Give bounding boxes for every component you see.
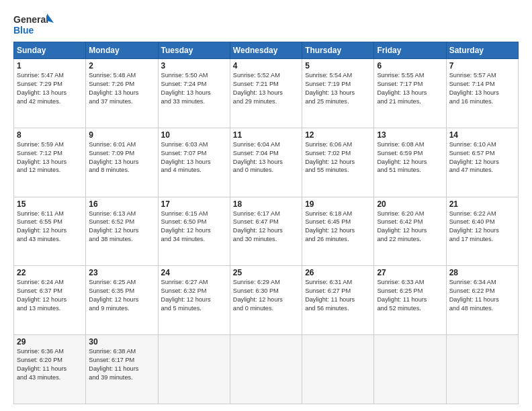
day-info: Sunrise: 6:38 AM Sunset: 6:17 PM Dayligh… [89,347,154,382]
calendar-cell: 28Sunrise: 6:34 AM Sunset: 6:22 PM Dayli… [446,266,518,335]
calendar-week-row: 1Sunrise: 5:47 AM Sunset: 7:29 PM Daylig… [14,59,519,128]
day-number: 13 [377,130,443,140]
day-info: Sunrise: 5:59 AM Sunset: 7:12 PM Dayligh… [17,140,83,175]
day-info: Sunrise: 6:17 AM Sunset: 6:47 PM Dayligh… [233,210,299,244]
calendar-cell: 15Sunrise: 6:11 AM Sunset: 6:55 PM Dayli… [14,197,86,266]
calendar-cell: 29Sunrise: 6:36 AM Sunset: 6:20 PM Dayli… [14,335,86,404]
header: GeneralBlue [13,12,519,36]
day-number: 11 [233,130,299,140]
calendar-cell: 22Sunrise: 6:24 AM Sunset: 6:37 PM Dayli… [14,266,86,335]
calendar-cell: 27Sunrise: 6:33 AM Sunset: 6:25 PM Dayli… [374,266,446,335]
day-number: 8 [17,130,83,140]
day-info: Sunrise: 6:36 AM Sunset: 6:20 PM Dayligh… [17,347,83,382]
day-number: 4 [233,61,299,71]
calendar-cell: 3Sunrise: 5:50 AM Sunset: 7:24 PM Daylig… [158,59,230,128]
calendar-header-row: SundayMondayTuesdayWednesdayThursdayFrid… [14,42,519,59]
day-info: Sunrise: 6:08 AM Sunset: 6:59 PM Dayligh… [377,140,443,175]
day-info: Sunrise: 6:29 AM Sunset: 6:30 PM Dayligh… [233,278,299,313]
day-number: 23 [89,268,154,277]
day-info: Sunrise: 6:15 AM Sunset: 6:50 PM Dayligh… [161,210,227,244]
calendar-week-row: 8Sunrise: 5:59 AM Sunset: 7:12 PM Daylig… [14,128,519,197]
day-number: 25 [233,268,299,277]
calendar-table: SundayMondayTuesdayWednesdayThursdayFrid… [13,42,519,404]
day-info: Sunrise: 6:01 AM Sunset: 7:09 PM Dayligh… [89,140,154,175]
day-info: Sunrise: 5:50 AM Sunset: 7:24 PM Dayligh… [161,71,227,106]
calendar-cell [302,335,374,404]
day-info: Sunrise: 6:10 AM Sunset: 6:57 PM Dayligh… [449,140,515,175]
calendar-cell [158,335,230,404]
calendar-cell: 20Sunrise: 6:20 AM Sunset: 6:42 PM Dayli… [374,197,446,266]
day-number: 24 [161,268,227,277]
day-info: Sunrise: 5:48 AM Sunset: 7:26 PM Dayligh… [89,71,154,106]
calendar-cell [230,335,302,404]
day-number: 17 [161,199,227,209]
calendar-cell: 2Sunrise: 5:48 AM Sunset: 7:26 PM Daylig… [86,59,158,128]
calendar-cell: 23Sunrise: 6:25 AM Sunset: 6:35 PM Dayli… [86,266,158,335]
day-number: 5 [305,61,371,71]
calendar-cell: 30Sunrise: 6:38 AM Sunset: 6:17 PM Dayli… [86,335,158,404]
day-number: 6 [377,61,443,71]
calendar-cell: 14Sunrise: 6:10 AM Sunset: 6:57 PM Dayli… [446,128,518,197]
day-number: 15 [17,199,83,209]
calendar-week-row: 15Sunrise: 6:11 AM Sunset: 6:55 PM Dayli… [14,197,519,266]
day-info: Sunrise: 6:25 AM Sunset: 6:35 PM Dayligh… [89,278,154,313]
calendar-cell: 12Sunrise: 6:06 AM Sunset: 7:02 PM Dayli… [302,128,374,197]
calendar-cell: 13Sunrise: 6:08 AM Sunset: 6:59 PM Dayli… [374,128,446,197]
calendar-cell: 18Sunrise: 6:17 AM Sunset: 6:47 PM Dayli… [230,197,302,266]
day-info: Sunrise: 6:22 AM Sunset: 6:40 PM Dayligh… [449,210,515,244]
day-number: 18 [233,199,299,209]
day-info: Sunrise: 6:33 AM Sunset: 6:25 PM Dayligh… [377,278,443,313]
calendar-week-row: 22Sunrise: 6:24 AM Sunset: 6:37 PM Dayli… [14,266,519,335]
day-number: 10 [161,130,227,140]
calendar-cell [446,335,518,404]
calendar-cell: 11Sunrise: 6:04 AM Sunset: 7:04 PM Dayli… [230,128,302,197]
day-number: 9 [89,130,154,140]
calendar-cell: 19Sunrise: 6:18 AM Sunset: 6:45 PM Dayli… [302,197,374,266]
day-number: 2 [89,61,154,71]
day-info: Sunrise: 6:34 AM Sunset: 6:22 PM Dayligh… [449,278,515,313]
day-info: Sunrise: 6:04 AM Sunset: 7:04 PM Dayligh… [233,140,299,175]
day-info: Sunrise: 5:52 AM Sunset: 7:21 PM Dayligh… [233,71,299,106]
day-number: 29 [17,337,83,347]
day-number: 16 [89,199,154,209]
calendar-cell: 9Sunrise: 6:01 AM Sunset: 7:09 PM Daylig… [86,128,158,197]
weekday-header: Monday [86,42,158,59]
day-info: Sunrise: 6:31 AM Sunset: 6:27 PM Dayligh… [305,278,371,313]
calendar-cell: 26Sunrise: 6:31 AM Sunset: 6:27 PM Dayli… [302,266,374,335]
weekday-header: Tuesday [158,42,230,59]
calendar-cell: 17Sunrise: 6:15 AM Sunset: 6:50 PM Dayli… [158,197,230,266]
calendar-week-row: 29Sunrise: 6:36 AM Sunset: 6:20 PM Dayli… [14,335,519,404]
day-number: 19 [305,199,371,209]
calendar-cell: 8Sunrise: 5:59 AM Sunset: 7:12 PM Daylig… [14,128,86,197]
day-number: 27 [377,268,443,277]
day-info: Sunrise: 5:54 AM Sunset: 7:19 PM Dayligh… [305,71,371,106]
day-number: 1 [17,61,83,71]
calendar-cell: 16Sunrise: 6:13 AM Sunset: 6:52 PM Dayli… [86,197,158,266]
weekday-header: Friday [374,42,446,59]
calendar-cell: 25Sunrise: 6:29 AM Sunset: 6:30 PM Dayli… [230,266,302,335]
day-info: Sunrise: 5:57 AM Sunset: 7:14 PM Dayligh… [449,71,515,106]
weekday-header: Saturday [446,42,518,59]
calendar-cell: 24Sunrise: 6:27 AM Sunset: 6:32 PM Dayli… [158,266,230,335]
day-info: Sunrise: 6:18 AM Sunset: 6:45 PM Dayligh… [305,210,371,244]
day-info: Sunrise: 6:27 AM Sunset: 6:32 PM Dayligh… [161,278,227,313]
day-info: Sunrise: 6:11 AM Sunset: 6:55 PM Dayligh… [17,210,83,244]
day-number: 14 [449,130,515,140]
day-number: 7 [449,61,515,71]
calendar-cell: 6Sunrise: 5:55 AM Sunset: 7:17 PM Daylig… [374,59,446,128]
day-number: 30 [89,337,154,347]
calendar-cell: 10Sunrise: 6:03 AM Sunset: 7:07 PM Dayli… [158,128,230,197]
weekday-header: Thursday [302,42,374,59]
day-info: Sunrise: 6:24 AM Sunset: 6:37 PM Dayligh… [17,278,83,313]
day-info: Sunrise: 6:06 AM Sunset: 7:02 PM Dayligh… [305,140,371,175]
day-info: Sunrise: 6:20 AM Sunset: 6:42 PM Dayligh… [377,210,443,244]
day-info: Sunrise: 5:47 AM Sunset: 7:29 PM Dayligh… [17,71,83,106]
weekday-header: Wednesday [230,42,302,59]
weekday-header: Sunday [14,42,86,59]
day-info: Sunrise: 6:13 AM Sunset: 6:52 PM Dayligh… [89,210,154,244]
logo-icon: GeneralBlue [13,12,54,36]
day-info: Sunrise: 6:03 AM Sunset: 7:07 PM Dayligh… [161,140,227,175]
calendar-cell [374,335,446,404]
calendar-cell: 4Sunrise: 5:52 AM Sunset: 7:21 PM Daylig… [230,59,302,128]
day-info: Sunrise: 5:55 AM Sunset: 7:17 PM Dayligh… [377,71,443,106]
